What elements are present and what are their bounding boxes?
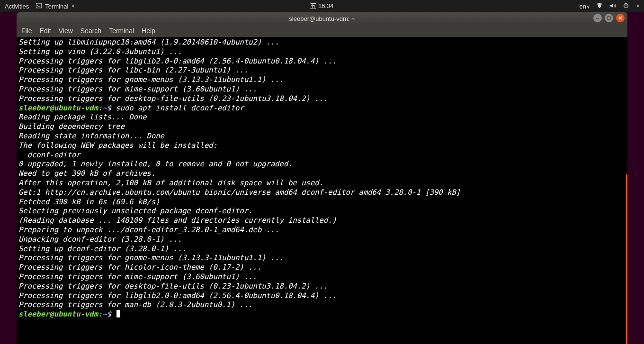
terminal-line: dconf-editor <box>18 151 626 160</box>
terminal-viewport[interactable]: Setting up libminiupnpc10:amd64 (1.9.201… <box>17 37 627 344</box>
terminal-line: Processing triggers for desktop-file-uti… <box>18 94 626 104</box>
app-menu[interactable]: Terminal ▾ <box>36 2 74 10</box>
terminal-line: Need to get 390 kB of archives. <box>18 169 626 179</box>
sound-icon[interactable] <box>609 2 616 10</box>
chevron-down-icon: ▾ <box>72 4 74 9</box>
ps1-sigil: $ <box>107 104 111 112</box>
window-titlebar[interactable]: sleeber@ubuntu-vdm: ~ <box>17 12 627 25</box>
activities-button[interactable]: Activities <box>5 3 29 10</box>
command-text: sudo apt install dconf-editor <box>111 104 244 112</box>
terminal-line: (Reading database ... 148109 files and d… <box>18 216 626 226</box>
terminal-line: Get:1 http://cn.archive.ubuntu.com/ubunt… <box>18 188 626 198</box>
terminal-line: Processing triggers for man-db (2.8.3-2u… <box>18 300 626 310</box>
clock[interactable]: 五 16:34 <box>310 2 333 10</box>
menu-search[interactable]: Search <box>80 27 101 35</box>
terminal-line: Building dependency tree <box>18 122 626 132</box>
svg-rect-7 <box>596 18 599 19</box>
terminal-line: Processing triggers for libglib2.0-0:amd… <box>18 291 626 301</box>
terminal-line: Processing triggers for mime-support (3.… <box>18 85 626 94</box>
ps1-sigil: $ <box>107 310 111 318</box>
lang-indicator[interactable]: en▾ <box>580 3 590 10</box>
terminal-line: Reading package lists... Done <box>18 113 626 122</box>
close-button[interactable] <box>616 14 625 22</box>
maximize-button[interactable] <box>605 14 613 22</box>
gnome-topbar: Activities Terminal ▾ 五 16:34 en▾ ▾ <box>0 0 644 12</box>
ps1-sep: : <box>98 310 102 318</box>
terminal-line: Reading state information... Done <box>18 132 626 141</box>
ps1-user-host: sleeber@ubuntu-vdm <box>18 104 98 112</box>
ps1-sep: : <box>98 104 102 112</box>
scrollbar[interactable] <box>626 174 627 344</box>
terminal-window: sleeber@ubuntu-vdm: ~ File Edit View Sea… <box>17 12 627 344</box>
terminal-line: Processing triggers for gnome-menus (3.1… <box>18 253 626 263</box>
ps1-user-host: sleeber@ubuntu-vdm <box>18 310 98 318</box>
terminal-line: Processing triggers for gnome-menus (3.1… <box>18 75 626 85</box>
terminal-line: After this operation, 2,100 kB of additi… <box>18 179 626 188</box>
svg-rect-8 <box>608 17 610 19</box>
power-icon[interactable] <box>623 2 629 10</box>
chevron-down-icon: ▾ <box>637 4 639 9</box>
network-icon[interactable] <box>596 2 603 10</box>
terminal-line: Processing triggers for hicolor-icon-the… <box>18 263 626 272</box>
minimize-button[interactable] <box>593 14 602 22</box>
minimize-icon <box>596 16 599 20</box>
terminal-line: Processing triggers for libglib2.0-0:amd… <box>18 57 626 66</box>
app-menu-label: Terminal <box>45 3 68 10</box>
svg-rect-1 <box>36 3 42 8</box>
ps1-path: ~ <box>102 310 107 318</box>
terminal-line: Processing triggers for desktop-file-uti… <box>18 282 626 291</box>
terminal-line: Selecting previously unselected package … <box>18 207 626 216</box>
chevron-down-icon: ▾ <box>587 5 590 9</box>
menu-help[interactable]: Help <box>142 27 155 35</box>
menu-edit[interactable]: Edit <box>40 27 51 35</box>
terminal-line: The following NEW packages will be insta… <box>18 141 626 151</box>
menu-file[interactable]: File <box>21 27 32 35</box>
cursor <box>116 310 120 317</box>
terminal-line: 0 upgraded, 1 newly installed, 0 to remo… <box>18 160 626 169</box>
terminal-line: sleeber@ubuntu-vdm:~$ <box>18 310 626 319</box>
terminal-line: Setting up vino (3.22.0-3ubuntu1) ... <box>18 47 626 57</box>
window-title: sleeber@ubuntu-vdm: ~ <box>289 15 355 22</box>
close-icon <box>618 16 622 20</box>
maximize-icon <box>607 16 611 20</box>
terminal-line: Unpacking dconf-editor (3.28.0-1) ... <box>18 235 626 244</box>
terminal-line: Processing triggers for mime-support (3.… <box>18 272 626 282</box>
terminal-line: Setting up dconf-editor (3.28.0-1) ... <box>18 244 626 254</box>
terminal-line: Preparing to unpack .../dconf-editor_3.2… <box>18 226 626 235</box>
terminal-line: Fetched 390 kB in 6s (69.6 kB/s) <box>18 198 626 207</box>
terminal-line: Setting up libminiupnpc10:amd64 (1.9.201… <box>18 38 626 47</box>
svg-rect-6 <box>626 3 626 5</box>
terminal-icon <box>36 2 42 10</box>
terminal-line: Processing triggers for libc-bin (2.27-3… <box>18 66 626 75</box>
terminal-menubar: File Edit View Search Terminal Help <box>17 25 627 37</box>
menu-view[interactable]: View <box>59 27 73 35</box>
menu-terminal[interactable]: Terminal <box>109 27 134 35</box>
ps1-path: ~ <box>102 104 107 112</box>
terminal-line: sleeber@ubuntu-vdm:~$ sudo apt install d… <box>18 104 626 113</box>
